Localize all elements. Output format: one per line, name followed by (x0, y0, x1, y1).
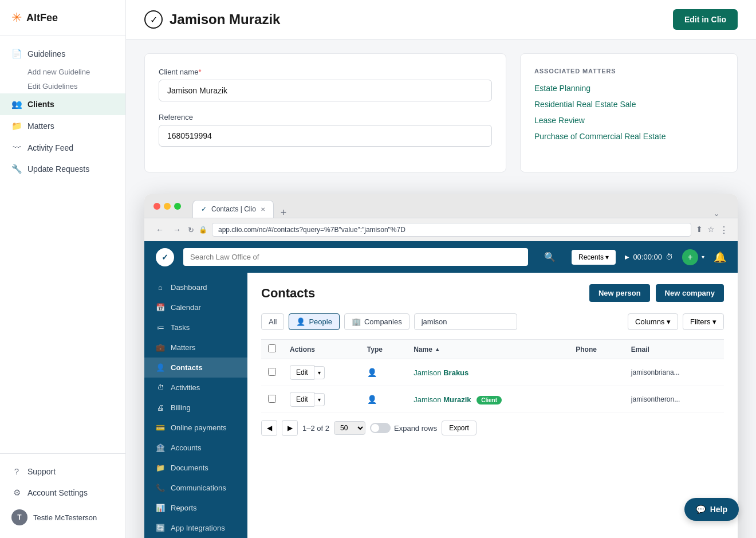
client-name-input[interactable] (159, 80, 492, 101)
select-all-checkbox[interactable] (268, 344, 276, 352)
th-actions: Actions (283, 340, 360, 359)
sidebar-sub-edit-guidelines[interactable]: Edit Guidelines (0, 79, 125, 93)
matters-icon: 📁 (11, 121, 22, 131)
clio-nav-communications[interactable]: 📞 Communications (144, 478, 247, 498)
reference-input[interactable] (159, 125, 492, 147)
per-page-select[interactable]: 50 25 100 (334, 421, 365, 435)
edit-dropdown-0[interactable]: ▾ (314, 366, 325, 379)
th-name[interactable]: Name ▲ (407, 340, 569, 359)
notification-icon[interactable]: 🔔 (714, 251, 726, 264)
contact-name-plain-1: Jamison (414, 395, 443, 404)
sidebar-sub-add-guideline[interactable]: Add new Guideline (0, 65, 125, 79)
sidebar-label-update-requests: Update Requests (27, 164, 89, 174)
new-tab-button[interactable]: + (276, 207, 292, 218)
minimize-dot[interactable] (164, 203, 171, 210)
clio-nav-dashboard[interactable]: ⌂ Dashboard (144, 277, 247, 297)
clio-search-input[interactable] (183, 248, 528, 266)
content-area: Client name* Reference ASSOCIATED MATTER… (126, 40, 756, 538)
sidebar-item-support[interactable]: ? Support (0, 461, 125, 482)
avatar: T (11, 509, 27, 525)
filters-button[interactable]: Filters ▾ (683, 313, 724, 330)
maximize-dot[interactable] (174, 203, 181, 210)
browser-tabs: ✓ Contacts | Clio ✕ + ⌄ (192, 200, 729, 218)
columns-button[interactable]: Columns ▾ (628, 313, 678, 330)
clio-nav-documents[interactable]: 📁 Documents (144, 458, 247, 478)
clio-nav-reports[interactable]: 📊 Reports (144, 498, 247, 518)
contact-link-0[interactable]: Jamison Brakus (414, 368, 468, 377)
th-email: Email (624, 340, 724, 359)
activity-feed-icon: 〰 (11, 143, 22, 152)
clio-search-button[interactable]: 🔍 (537, 247, 562, 267)
close-dot[interactable] (153, 203, 160, 210)
matter-link-1[interactable]: Residential Real Estate Sale (534, 100, 723, 109)
play-icon[interactable]: ▶ (625, 254, 629, 260)
clio-nav-billing[interactable]: 🖨 Billing (144, 398, 247, 418)
export-button[interactable]: Export (442, 421, 477, 435)
row-checkbox-0[interactable] (268, 368, 276, 376)
matter-link-3[interactable]: Purchase of Commercial Real Estate (534, 132, 723, 141)
toggle-knob (371, 424, 379, 432)
back-button[interactable]: ← (153, 224, 166, 235)
edit-button-0[interactable]: Edit (290, 365, 314, 380)
clio-add-button[interactable]: + (682, 249, 698, 265)
sidebar-item-guidelines[interactable]: 📄 Guidelines (0, 43, 125, 65)
reload-button[interactable]: ↻ (188, 226, 194, 234)
matter-link-2[interactable]: Lease Review (534, 116, 723, 125)
new-company-button[interactable]: New company (656, 284, 724, 302)
people-filter-icon: 👤 (296, 317, 305, 326)
sidebar-user: T Testie McTesterson (0, 504, 125, 531)
clio-recents-button[interactable]: Recents ▾ (572, 250, 616, 265)
edit-in-clio-button[interactable]: Edit in Clio (673, 9, 738, 30)
clio-nav-contacts[interactable]: 👤 Contacts (144, 358, 247, 378)
clio-nav-calendar[interactable]: 📅 Calendar (144, 297, 247, 317)
contacts-header: Contacts New person New company (261, 284, 724, 302)
forward-button[interactable]: → (171, 224, 183, 235)
filter-all-button[interactable]: All (261, 313, 284, 330)
new-person-button[interactable]: New person (589, 284, 650, 302)
client-form: Client name* Reference (144, 53, 506, 172)
sidebar-item-clients[interactable]: 👥 Clients (0, 93, 125, 115)
browser-menu-icon[interactable]: ⋮ (719, 225, 729, 235)
clio-nav-activities[interactable]: ⏱ Activities (144, 378, 247, 398)
filter-companies-button[interactable]: 🏢 Companies (344, 313, 410, 330)
edit-dropdown-1[interactable]: ▾ (314, 393, 325, 406)
reports-icon: 📊 (156, 504, 165, 512)
contact-name-plain-0: Jamison (414, 368, 443, 377)
clio-add-dropdown[interactable]: ▾ (702, 254, 704, 260)
browser-chrome: ✓ Contacts | Clio ✕ + ⌄ (144, 194, 738, 218)
clio-nav-accounts[interactable]: 🏦 Accounts (144, 438, 247, 458)
clio-nav-online-payments[interactable]: 💳 Online payments (144, 418, 247, 438)
filter-people-button[interactable]: 👤 People (289, 313, 339, 330)
clio-nav-tasks[interactable]: ≔ Tasks (144, 317, 247, 337)
help-button[interactable]: 💬 Help (684, 498, 739, 521)
bookmark-icon[interactable]: ☆ (707, 225, 715, 235)
app-integrations-icon: 🔄 (156, 524, 165, 532)
share-icon[interactable]: ⬆ (696, 225, 703, 235)
contact-link-1[interactable]: Jamison Murazik (414, 395, 473, 404)
contacts-search-input[interactable] (414, 313, 517, 330)
email-1: jamisontheron... (624, 386, 724, 413)
action-group-0: Edit ▾ (290, 365, 353, 380)
matters-clio-icon: 💼 (156, 343, 165, 352)
sidebar-item-account-settings[interactable]: ⚙ Account Settings (0, 482, 125, 504)
clio-nav-app-integrations[interactable]: 🔄 App Integrations (144, 518, 247, 538)
browser-traffic-lights (153, 203, 181, 210)
online-payments-icon: 💳 (156, 423, 165, 432)
next-page-button[interactable]: ▶ (282, 420, 298, 436)
help-label: Help (710, 505, 727, 514)
sidebar-item-update-requests[interactable]: 🔧 Update Requests (0, 158, 125, 180)
edit-button-1[interactable]: Edit (290, 392, 314, 407)
expand-toggle-switch[interactable] (370, 423, 391, 433)
matter-link-0[interactable]: Estate Planning (534, 84, 723, 93)
row-checkbox-1[interactable] (268, 395, 276, 403)
address-input[interactable] (212, 223, 691, 237)
action-group-1: Edit ▾ (290, 392, 353, 407)
browser-tab-clio[interactable]: ✓ Contacts | Clio ✕ (192, 200, 274, 218)
prev-page-button[interactable]: ◀ (261, 420, 277, 436)
sidebar-item-activity-feed[interactable]: 〰 Activity Feed (0, 137, 125, 158)
tab-close-button[interactable]: ✕ (261, 206, 265, 213)
timer-settings-icon[interactable]: ⏱ (666, 253, 673, 261)
clio-nav-label-accounts: Accounts (171, 443, 201, 452)
clio-nav-matters[interactable]: 💼 Matters (144, 337, 247, 358)
sidebar-item-matters[interactable]: 📁 Matters (0, 115, 125, 137)
